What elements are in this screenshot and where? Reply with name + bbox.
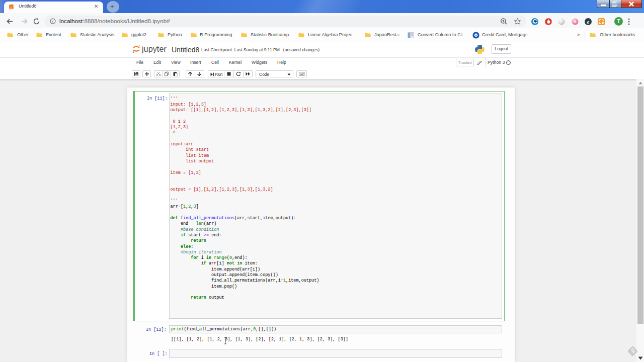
- svg-text:e: e: [587, 18, 590, 24]
- svg-text:T: T: [617, 19, 620, 24]
